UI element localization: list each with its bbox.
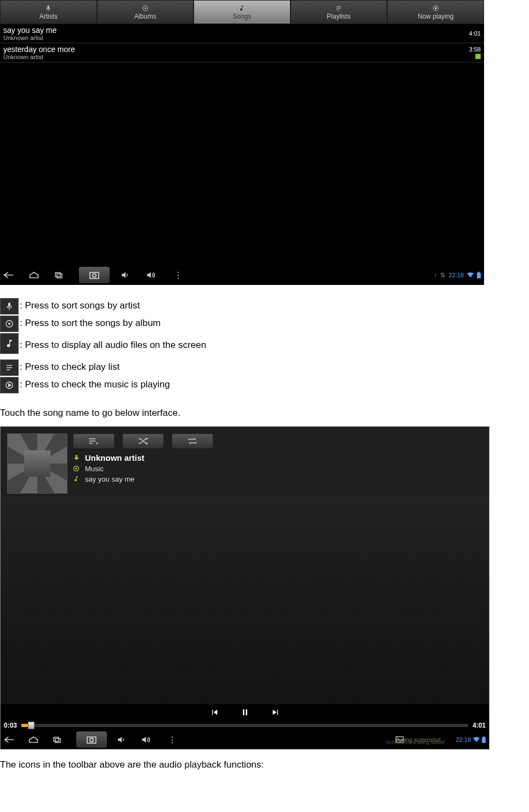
svg-rect-13 [8,302,10,307]
instruction-text: Touch the song name to go below interfac… [0,408,529,419]
legend-row: : Press to sort the songs by album [0,316,529,332]
tab-bar: Artists Albums Songs Playlists Now playi… [0,0,484,24]
screenshot-icon[interactable] [76,731,107,748]
queue-button[interactable] [73,433,115,449]
svg-rect-12 [478,272,480,273]
empty-area [0,62,484,265]
legend-row: : Press to sort songs by artist [0,298,529,314]
track-icon [73,476,81,483]
artist-icon [73,454,81,462]
svg-point-2 [145,8,146,9]
seek-knob[interactable] [28,722,35,729]
note-icon [238,4,246,12]
recent-apps-icon[interactable] [52,736,66,744]
disc-icon [141,4,149,12]
now-playing-title: say you say me [85,475,134,483]
svg-rect-28 [54,737,59,742]
pause-button[interactable] [241,708,249,717]
tab-now-playing[interactable]: Now playing [387,0,484,24]
svg-rect-17 [7,367,13,368]
home-icon[interactable] [28,736,42,744]
now-playing-album: Music [85,465,104,473]
repeat-button[interactable] [172,433,213,449]
tab-playlists[interactable]: Playlists [291,0,388,24]
previous-button[interactable] [210,708,219,717]
back-icon[interactable] [4,736,18,744]
list-icon [0,359,19,376]
screenshot-icon[interactable] [79,267,110,283]
wifi-icon [467,272,474,278]
album-art[interactable] [7,433,67,494]
svg-rect-8 [57,274,62,278]
svg-point-25 [76,468,77,469]
transport-controls [1,704,489,720]
tab-label: Artists [39,13,58,20]
song-row[interactable]: yesterday once more Unknown artist 3:58 [0,43,484,62]
status-area[interactable]: ↑ ⇅ 22:18 [434,272,481,279]
now-playing-album-row: Music [73,465,482,473]
status-area[interactable]: 22:18 [456,736,486,743]
music-app-songs-view: Artists Albums Songs Playlists Now playi… [0,0,484,285]
volume-down-icon[interactable] [117,736,131,744]
download-icon: ⇅ [440,272,445,279]
seek-fill [21,724,28,727]
note-icon [0,333,19,354]
svg-rect-3 [337,6,341,7]
svg-rect-7 [55,273,60,277]
status-time: 22:18 [448,272,464,278]
home-icon[interactable] [29,271,43,279]
playback-mode-bar [73,433,482,449]
back-icon[interactable] [3,271,18,279]
menu-icon[interactable]: ⋮ [171,270,185,281]
now-playing-body [1,496,489,704]
now-playing-artist: Unknown artist [85,453,144,462]
recent-apps-icon[interactable] [54,271,68,279]
seek-bar[interactable] [21,724,468,727]
song-artist: Unknown artist [3,35,56,41]
shuffle-button[interactable] [122,433,164,449]
legend-text: : Press to check the music is playing [20,378,170,394]
song-artist: Unknown artist [3,54,75,60]
legend-row: : Press to check the music is playing [0,377,529,393]
battery-icon [477,272,481,278]
tab-songs[interactable]: Songs [194,0,291,24]
svg-rect-0 [48,5,49,9]
battery-icon [482,736,486,743]
toast-subtitle: Screenshot is being saved. [386,740,445,745]
tab-label: Songs [232,13,251,20]
svg-point-10 [93,274,96,277]
legend-text: : Press to display all audio files on th… [20,338,206,354]
svg-point-15 [9,323,10,325]
svg-rect-21 [89,441,96,442]
list-icon [335,4,343,12]
play-icon [432,4,440,12]
legend-row: : Press to display all audio files on th… [0,333,529,354]
svg-rect-16 [7,365,13,365]
svg-rect-26 [243,710,244,716]
music-app-now-playing-view: Unknown artist Music say you say me [0,426,490,750]
volume-down-icon[interactable] [121,271,135,279]
volume-up-icon[interactable] [141,736,155,744]
status-time: 22:18 [456,736,471,743]
system-nav-bar: ⋮ ↑ ⇅ 22:18 [0,265,484,285]
svg-rect-20 [89,438,96,439]
song-duration: 3:58 [469,46,481,53]
legend-row: : Press to check play list [0,359,529,376]
tab-albums[interactable]: Albums [97,0,194,24]
instruction-text: The icons in the toolbar above are the a… [0,759,529,770]
menu-icon[interactable]: ⋮ [165,735,179,745]
next-button[interactable] [271,708,280,717]
tab-label: Albums [134,13,156,20]
now-playing-indicator-icon [475,54,481,59]
legend-text: : Press to sort songs by artist [20,299,140,315]
song-row[interactable]: say you say me Unknown artist 4:01 [0,24,484,43]
tab-label: Now playing [418,13,453,20]
disc-icon [0,316,19,332]
tab-label: Playlists [327,13,351,20]
tab-artists[interactable]: Artists [0,0,97,24]
song-duration: 4:01 [469,30,481,37]
album-icon [73,465,81,473]
system-nav-bar: ⋮ Saving screenshot... Screenshot is bei… [1,730,489,749]
mic-icon [0,298,19,314]
volume-up-icon[interactable] [146,271,160,279]
